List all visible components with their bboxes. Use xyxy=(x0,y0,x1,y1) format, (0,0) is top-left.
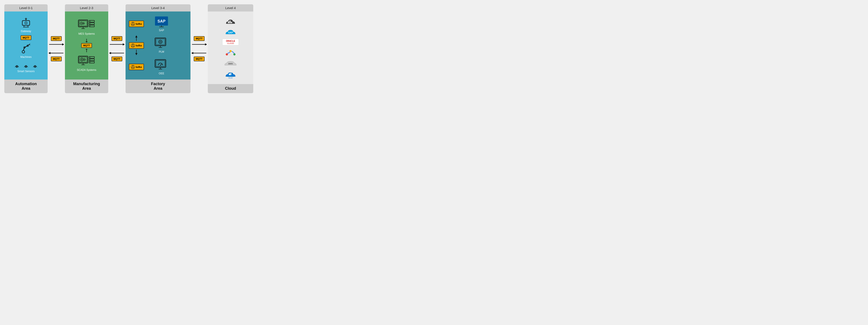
gateway-label: Gateway xyxy=(21,30,31,33)
connector-2-top: MQTT xyxy=(109,36,124,47)
zone-cloud: Level 4 SAP xyxy=(208,4,253,93)
zone-automation: Level 0-1 Gateway xyxy=(4,4,48,93)
svg-rect-40 xyxy=(79,56,88,63)
svg-point-78 xyxy=(132,44,133,45)
svg-point-34 xyxy=(90,23,91,24)
automation-items: Gateway MQTT xyxy=(6,17,45,74)
automation-mqtt-badge: MQTT xyxy=(21,35,31,40)
svg-point-72 xyxy=(160,41,161,42)
svg-point-112 xyxy=(229,50,231,52)
zone-factory: Level 3-4 kafka xyxy=(126,4,190,93)
svg-point-51 xyxy=(90,57,91,58)
connector-3: MQTT MQTT xyxy=(190,4,208,93)
scada-item: SCADA Systems xyxy=(77,56,96,71)
sensor-icon-2 xyxy=(23,62,29,69)
connector-1: MQTT MQTT xyxy=(48,4,65,93)
oee-item: OEE xyxy=(154,59,169,75)
smart-sensors-item: Smart Sensors xyxy=(13,62,38,73)
connector-1-bottom: MQTT xyxy=(49,51,64,61)
connector-2-mqtt-top: MQTT xyxy=(112,36,122,41)
svg-point-79 xyxy=(131,46,132,47)
kafka-icon-3 xyxy=(131,65,135,69)
svg-point-43 xyxy=(82,59,83,60)
azure-item: Microsoft Azure xyxy=(224,69,238,79)
mes-item: MES Systems xyxy=(78,20,95,35)
arrow-right-2 xyxy=(109,42,124,47)
zone-automation-header: Level 0-1 xyxy=(4,4,48,11)
svg-marker-100 xyxy=(205,43,207,46)
sap-cloud-icon: SAP xyxy=(224,28,238,36)
google-cloud-item xyxy=(224,48,238,57)
svg-marker-102 xyxy=(192,52,193,54)
svg-point-45 xyxy=(84,59,85,60)
zone-factory-body: kafka SAP SAP xyxy=(126,11,190,80)
connector-2: MQTT MQTT xyxy=(108,4,126,93)
svg-text:Azure: Azure xyxy=(228,77,233,79)
factory-kafka-3: kafka xyxy=(129,64,144,70)
oee-label: OEE xyxy=(159,72,164,75)
svg-point-88 xyxy=(131,68,132,68)
svg-point-71 xyxy=(159,40,162,43)
arrow-up-sap xyxy=(135,35,138,41)
svg-point-89 xyxy=(133,68,134,68)
svg-point-52 xyxy=(90,59,91,60)
mes-label: MES Systems xyxy=(79,32,95,35)
machines-label: Machines xyxy=(20,56,31,59)
connector-2-bottom: MQTT xyxy=(109,51,124,61)
google-cloud-icon xyxy=(224,48,238,57)
sap-icon: SAP xyxy=(154,16,169,28)
svg-rect-23 xyxy=(79,21,87,26)
sap-cloud-item: SAP xyxy=(224,28,238,36)
zone-manufacturing-body: MES Systems MQTT xyxy=(65,11,108,80)
svg-rect-70 xyxy=(156,39,165,45)
svg-line-91 xyxy=(133,66,134,68)
svg-marker-75 xyxy=(135,35,137,37)
svg-text:aws: aws xyxy=(228,62,233,65)
svg-text:CLOUD: CLOUD xyxy=(227,42,234,45)
zone-automation-body: Gateway MQTT xyxy=(4,11,48,80)
manufacturing-items: MES Systems MQTT xyxy=(67,19,106,72)
arrow-up-mes xyxy=(85,49,89,52)
svg-point-7 xyxy=(22,51,25,53)
arrow-down-oee xyxy=(135,50,138,56)
zone-factory-header: Level 3-4 xyxy=(126,4,190,11)
sensor-icon-3 xyxy=(32,62,38,69)
svg-marker-38 xyxy=(86,49,88,50)
oracle-icon: ORACLE CLOUD xyxy=(222,38,239,46)
zone-manufacturing-footer: Manufacturing Area xyxy=(65,80,108,93)
salesforce-item xyxy=(224,17,237,26)
svg-line-81 xyxy=(132,45,133,46)
svg-point-1 xyxy=(25,22,27,24)
svg-point-15 xyxy=(17,67,18,68)
mes-mqtt-arrow: MQTT xyxy=(81,39,92,52)
svg-rect-93 xyxy=(155,60,166,67)
azure-icon: Microsoft Azure xyxy=(224,69,238,79)
cloud-services: SAP ORACLE CLOUD xyxy=(210,17,251,79)
svg-point-110 xyxy=(226,53,228,56)
sap-item: SAP SAP xyxy=(154,16,169,32)
svg-line-14 xyxy=(29,45,30,45)
svg-point-80 xyxy=(133,46,134,47)
svg-marker-37 xyxy=(86,41,88,42)
connector-1-top: MQTT xyxy=(49,36,64,47)
factory-kafka-2: kafka xyxy=(129,42,144,49)
connector-3-bottom: MQTT xyxy=(192,51,207,61)
kafka-middle-group: kafka xyxy=(129,35,144,56)
svg-rect-104 xyxy=(229,21,230,23)
svg-line-63 xyxy=(133,23,134,25)
svg-marker-55 xyxy=(123,43,124,46)
zone-automation-footer: Automation Area xyxy=(4,80,48,93)
mes-icon xyxy=(78,20,95,31)
zone-manufacturing: Level 2-3 xyxy=(65,4,108,93)
machines-item: Machines xyxy=(20,43,32,59)
architecture-diagram: Level 0-1 Gateway xyxy=(4,4,255,93)
zone-manufacturing-header: Level 2-3 xyxy=(65,4,108,11)
svg-point-53 xyxy=(90,62,91,62)
svg-marker-19 xyxy=(62,43,64,46)
plm-icon xyxy=(154,37,169,50)
svg-point-33 xyxy=(90,21,91,22)
arrow-down-mes xyxy=(85,39,89,42)
connector-2-mqtt-bottom: MQTT xyxy=(112,57,122,61)
scada-icon xyxy=(78,56,95,68)
arrow-left-1 xyxy=(49,51,64,55)
